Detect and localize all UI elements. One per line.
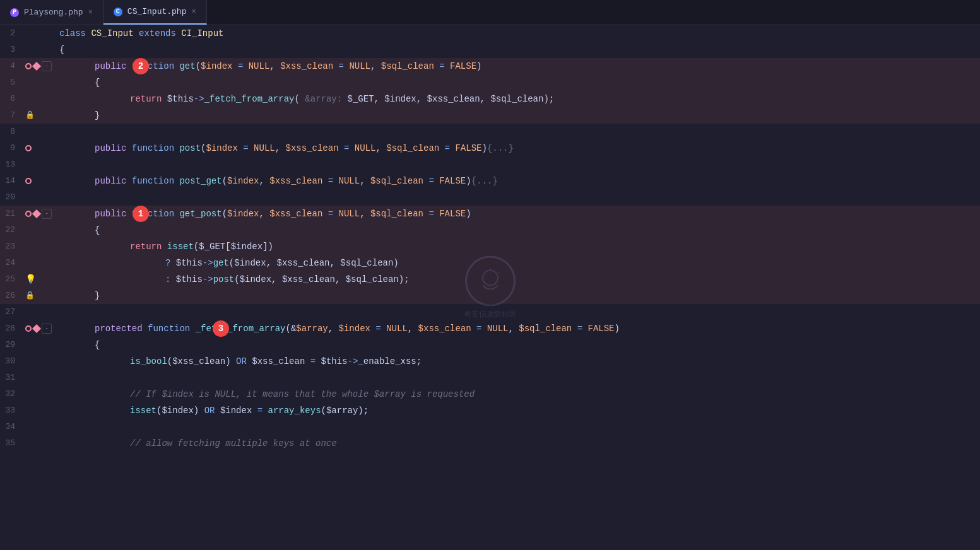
line-num-32: 32 (3, 386, 25, 402)
code-28: protected function _fetch_from_array(&$a… (59, 320, 980, 337)
line-num-5: 5 (3, 74, 25, 91)
fold-4[interactable]: - (42, 61, 52, 71)
line-num-8: 8 (3, 124, 25, 140)
fold-21[interactable]: - (42, 209, 52, 219)
code-6: return $this->_fetch_from_array( &array:… (59, 91, 980, 107)
code-2: class CS_Input extends CI_Input (59, 25, 980, 42)
code-22: { (59, 222, 980, 238)
line-32: 32 // If $index is NULL, it means that t… (0, 386, 980, 402)
gutter-9 (25, 145, 59, 151)
code-4: public function get($index = NULL, $xss_… (59, 58, 980, 74)
code-23: return isset($_GET[$index]) (59, 238, 980, 255)
line-num-31: 31 (3, 370, 25, 386)
line-num-9: 9 (3, 140, 25, 156)
line-num-35: 35 (3, 435, 25, 452)
line-33: 33 isset($index) OR $index = array_keys(… (0, 402, 980, 419)
line-20: 20 (0, 189, 980, 206)
gutter-4: - (25, 61, 59, 71)
diamond-21 (32, 209, 41, 218)
line-num-25: 25 (3, 271, 25, 288)
line-num-3: 3 (3, 42, 25, 58)
code-20 (59, 189, 980, 206)
gutter-25: 💡 (25, 271, 59, 288)
line-num-24: 24 (3, 255, 25, 271)
breakpoint-4[interactable] (25, 63, 32, 69)
line-3: 3 { (0, 42, 980, 58)
breakpoint-14[interactable] (25, 178, 32, 184)
line-num-7: 7 (3, 107, 25, 124)
gutter-14 (25, 178, 59, 184)
line-34: 34 (0, 419, 980, 435)
line-14: 14 public function post_get($index, $xss… (0, 173, 980, 189)
line-2: 2 class CS_Input extends CI_Input (0, 25, 980, 42)
breakpoint-9[interactable] (25, 145, 32, 151)
php-icon: P (10, 8, 19, 17)
line-num-4: 4 (3, 58, 25, 74)
line-6: 6 return $this->_fetch_from_array( &arra… (0, 91, 980, 107)
code-area[interactable]: 2 class CS_Input extends CI_Input 3 { 4 (0, 25, 980, 452)
line-num-30: 30 (3, 353, 25, 370)
code-21: public function get_post($index, $xss_cl… (59, 206, 980, 222)
line-num-13: 13 (3, 156, 25, 173)
code-9: public function post($index = NULL, $xss… (59, 140, 980, 156)
gutter-7: 🔒 (25, 107, 59, 124)
code-25: : $this->post($index, $xss_clean, $sql_c… (59, 271, 980, 288)
line-num-28: 28 (3, 320, 25, 337)
line-24: 24 ? $this->get($index, $xss_clean, $sql… (0, 255, 980, 271)
code-33: isset($index) OR $index = array_keys($ar… (59, 402, 980, 419)
tab-cs-input-close[interactable]: × (191, 8, 196, 16)
line-22: 22 { (0, 222, 980, 238)
line-26: 26 🔒 } (0, 288, 980, 304)
line-35: 35 // allow fetching multiple keys at on… (0, 435, 980, 452)
line-num-6: 6 (3, 91, 25, 107)
code-8 (59, 124, 980, 140)
breakpoint-28[interactable] (25, 325, 32, 332)
line-5: 5 { (0, 74, 980, 91)
editor: 奇安信攻防社区 2 class CS_Input extends CI_Inpu… (0, 25, 980, 550)
line-31: 31 (0, 370, 980, 386)
code-24: ? $this->get($index, $xss_clean, $sql_cl… (59, 255, 980, 271)
line-7: 7 🔒 } (0, 107, 980, 124)
diamond-4 (32, 62, 41, 71)
code-26: } (59, 288, 980, 304)
tab-playsong-close[interactable]: × (88, 8, 93, 17)
line-30: 30 is_bool($xss_clean) OR $xss_clean = $… (0, 353, 980, 370)
tab-cs-input[interactable]: C CS_Input.php × (103, 0, 207, 25)
bulb-25[interactable]: 💡 (25, 271, 36, 288)
lock-26: 🔒 (25, 288, 35, 304)
tab-bar: P Playsong.php × C CS_Input.php × (0, 0, 980, 25)
line-29: 29 { (0, 337, 980, 353)
line-num-20: 20 (3, 189, 25, 206)
line-27: 27 (0, 304, 980, 320)
gutter-28: - (25, 324, 59, 334)
line-num-14: 14 (3, 173, 25, 189)
code-34 (59, 419, 980, 435)
line-21: 21 - public function get_post($index, $x… (0, 206, 980, 222)
line-4: 4 - public function get($index = NULL, $… (0, 58, 980, 74)
code-35: // allow fetching multiple keys at once (59, 435, 980, 452)
diamond-28 (32, 324, 41, 333)
line-num-21: 21 (3, 206, 25, 222)
line-25: 25 💡 : $this->post($index, $xss_clean, $… (0, 271, 980, 288)
cs-icon: C (114, 8, 122, 16)
line-num-23: 23 (3, 238, 25, 255)
tab-playsong[interactable]: P Playsong.php × (0, 0, 103, 25)
code-30: is_bool($xss_clean) OR $xss_clean = $thi… (59, 353, 980, 370)
code-14: public function post_get($index, $xss_cl… (59, 173, 980, 189)
code-27 (59, 304, 980, 320)
line-23: 23 return isset($_GET[$index]) (0, 238, 980, 255)
breakpoint-21[interactable] (25, 211, 32, 217)
line-num-33: 33 (3, 402, 25, 419)
gutter-26: 🔒 (25, 288, 59, 304)
line-num-22: 22 (3, 222, 25, 238)
code-13 (59, 156, 980, 173)
line-9: 9 public function post($index = NULL, $x… (0, 140, 980, 156)
line-28: 28 - protected function _fetch_from_arra… (0, 320, 980, 337)
fold-28[interactable]: - (42, 324, 52, 334)
code-3: { (59, 42, 980, 58)
tab-cs-input-label: CS_Input.php (127, 7, 187, 16)
line-13: 13 (0, 156, 980, 173)
code-31 (59, 370, 980, 386)
line-num-29: 29 (3, 337, 25, 353)
line-num-2: 2 (3, 25, 25, 42)
